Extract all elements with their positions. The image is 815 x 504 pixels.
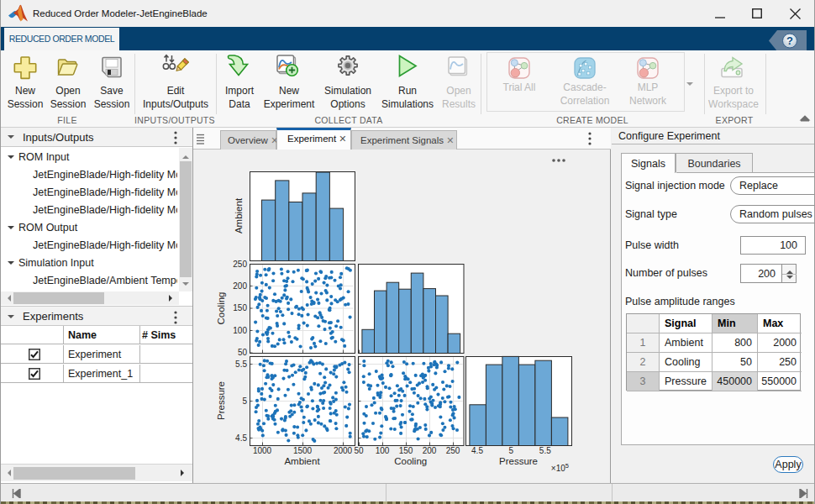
svg-text:100: 100 (376, 446, 390, 455)
svg-text:1000: 1000 (253, 446, 272, 455)
svg-text:Ambient: Ambient (284, 456, 320, 466)
svg-text:150: 150 (233, 303, 247, 312)
svg-text:?: ? (786, 34, 793, 47)
svg-text:50: 50 (238, 348, 248, 357)
svg-text:2000: 2000 (334, 446, 353, 455)
svg-text:4.5: 4.5 (235, 433, 247, 443)
svg-text:200: 200 (233, 281, 247, 291)
svg-text:Pressure: Pressure (216, 381, 226, 420)
svg-text:Cooling: Cooling (216, 292, 226, 325)
svg-text:1500: 1500 (293, 446, 313, 455)
svg-text:5.5: 5.5 (235, 360, 247, 369)
svg-text:200: 200 (423, 446, 437, 455)
svg-text:4.5: 4.5 (471, 446, 483, 455)
svg-text:Pressure: Pressure (499, 456, 538, 466)
svg-text:100: 100 (233, 326, 247, 335)
svg-text:5.5: 5.5 (539, 446, 551, 455)
svg-text:Ambient: Ambient (234, 197, 244, 234)
svg-text:×105: ×105 (551, 462, 569, 473)
svg-text:50: 50 (354, 446, 364, 455)
svg-text:150: 150 (399, 446, 413, 455)
svg-text:5: 5 (509, 446, 514, 455)
svg-text:Cooling: Cooling (394, 456, 427, 466)
svg-text:250: 250 (233, 260, 247, 269)
svg-text:5: 5 (242, 396, 247, 406)
svg-text:250: 250 (446, 446, 460, 455)
